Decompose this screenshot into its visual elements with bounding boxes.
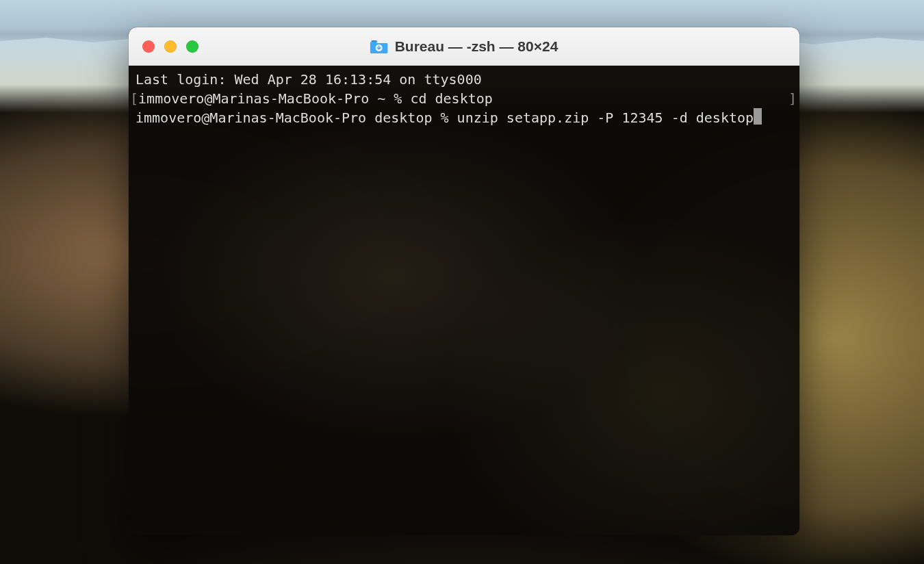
title-center: Bureau — -zsh — 80×24 — [370, 38, 559, 55]
close-button[interactable] — [142, 40, 155, 53]
bracket-icon: [ — [130, 89, 138, 108]
cursor — [754, 108, 762, 125]
terminal-text: immovero@Marinas-MacBook-Pro desktop % u… — [136, 110, 754, 126]
terminal-line: Last login: Wed Apr 28 16:13:54 on ttys0… — [136, 70, 793, 89]
titlebar[interactable]: Bureau — -zsh — 80×24 — [129, 27, 799, 66]
terminal-body[interactable]: Last login: Wed Apr 28 16:13:54 on ttys0… — [129, 66, 799, 535]
maximize-button[interactable] — [186, 40, 198, 53]
folder-downloads-icon — [370, 39, 388, 54]
traffic-lights — [142, 40, 198, 53]
bracket-icon: ] — [788, 89, 797, 108]
window-title: Bureau — -zsh — 80×24 — [395, 38, 559, 55]
terminal-line: [immovero@Marinas-MacBook-Pro ~ % cd des… — [136, 89, 793, 108]
terminal-text: immovero@Marinas-MacBook-Pro ~ % cd desk… — [138, 89, 493, 108]
terminal-window: Bureau — -zsh — 80×24 Last login: Wed Ap… — [129, 27, 799, 535]
terminal-line: immovero@Marinas-MacBook-Pro desktop % u… — [136, 108, 793, 127]
minimize-button[interactable] — [164, 40, 177, 53]
